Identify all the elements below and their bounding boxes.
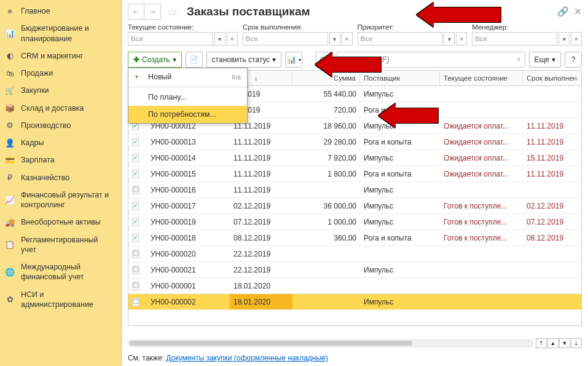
cell-deadline [523, 86, 581, 101]
document-icon: ✓ [132, 218, 139, 226]
forward-button[interactable]: → [144, 4, 160, 19]
table-row[interactable]: ✓ УН00-000018 08.12.2019 360,00 Рога и к… [128, 230, 581, 246]
search-clear-icon[interactable]: × [517, 55, 521, 64]
set-status-button[interactable]: становить статус ▾ [206, 52, 282, 68]
sidebar-item-0[interactable]: ≡Главное [0, 2, 121, 20]
close-icon[interactable]: ✕ [574, 6, 582, 17]
cell-number: УН00-000019 [147, 214, 230, 229]
cell-sum: 1 000,00 [292, 214, 360, 229]
sidebar-icon: 📋 [5, 240, 15, 250]
horizontal-scrollbar: ⤒ ▲ ▼ ⤓ [122, 336, 588, 350]
cell-date: 02.12.2019 [230, 198, 292, 213]
table-row[interactable]: ✓ УН00-000014 11.11.2019 7 920,00 Импуль… [128, 150, 581, 166]
back-button[interactable]: ← [128, 4, 144, 19]
filter-manager-clear[interactable]: × [571, 32, 582, 46]
filter-state-dropdown[interactable]: ▾ [214, 32, 225, 46]
filter-manager-input[interactable]: Все [472, 32, 557, 46]
table-row[interactable]: ✓ УН00-000013 11.11.2019 29 280,00 Рога … [128, 134, 581, 150]
create-button-wrap: ✚ Создать ▾ +НовыйInsПо плану...По потре… [128, 52, 182, 68]
sidebar-item-10[interactable]: 📈Финансовый результат и контроллинг [0, 186, 121, 214]
scroll-first[interactable]: ⤒ [536, 338, 547, 348]
cell-date: 11.11.2019 [230, 150, 292, 165]
sidebar-icon: ≡ [5, 6, 15, 16]
table-row[interactable]: ☐ УН00-000016 11.11.2019 Импульс [128, 182, 581, 198]
filter-deadline-clear[interactable]: × [342, 32, 353, 46]
scroll-last[interactable]: ⤓ [571, 338, 582, 348]
cell-status [440, 278, 523, 293]
cell-status: Готов к поступле... [440, 214, 523, 229]
scroll-track[interactable] [128, 340, 533, 347]
table-row[interactable]: ☐ УН00-000001 18.01.2020 [128, 278, 581, 294]
create-button[interactable]: ✚ Создать ▾ [128, 52, 182, 68]
document-icon: ☐ [132, 282, 139, 290]
sidebar-item-label: Казначейство [21, 173, 69, 183]
sidebar-item-1[interactable]: 📊Бюджетирование и планирование [0, 20, 121, 47]
sidebar-item-4[interactable]: 🛒Закупки [0, 82, 121, 99]
table-row[interactable]: ☐ УН00-000021 22.12.2019 Импульс [128, 262, 581, 278]
sidebar-icon: 👤 [5, 138, 15, 148]
sidebar: ≡Главное📊Бюджетирование и планирование◐C… [0, 0, 122, 366]
sidebar-item-label: Продажи [21, 68, 53, 78]
cell-number: УН00-000001 [147, 278, 230, 293]
cell-deadline: 11.11.2019 [523, 166, 581, 181]
help-button[interactable]: ? [565, 52, 582, 68]
dropdown-item-2[interactable]: По потребностям... [128, 106, 247, 123]
chevron-down-icon: ▾ [173, 55, 176, 64]
table-row[interactable]: ✓ УН00-000015 11.11.2019 1 800,00 Рога и… [128, 166, 581, 182]
filter-manager-dropdown[interactable]: ▾ [559, 32, 570, 46]
cell-status [440, 86, 523, 101]
dropdown-label: Новый [148, 73, 172, 81]
cell-supplier: Импульс [360, 182, 440, 197]
sidebar-icon: ✿ [5, 295, 15, 304]
scroll-thumb[interactable] [130, 341, 412, 346]
filter-priority-dropdown[interactable]: ▾ [444, 32, 455, 46]
cell-sum [292, 262, 360, 277]
cell-deadline [523, 262, 581, 277]
filter-state-clear[interactable]: × [227, 32, 238, 46]
table-row[interactable]: ☐ УН00-000002 18.01.2020 Импульс [128, 294, 581, 310]
scroll-down[interactable]: ▼ [559, 338, 570, 348]
sidebar-item-label: Внеоборотные активы [21, 217, 101, 227]
sidebar-item-14[interactable]: ✿НСИ и администрирование [0, 286, 121, 314]
sidebar-item-13[interactable]: 🌐Международный финансовый учет [0, 258, 121, 286]
filter-priority-input[interactable]: Все [358, 32, 443, 46]
scroll-up[interactable]: ▲ [547, 338, 559, 348]
cell-date: 22.12.2019 [230, 246, 292, 261]
document-icon: ☐ [132, 186, 139, 194]
cell-deadline [523, 294, 581, 309]
sidebar-item-7[interactable]: 👤Кадры [0, 134, 121, 151]
cell-number: УН00-000015 [147, 166, 230, 181]
sidebar-item-label: Закупки [21, 86, 49, 95]
link-icon[interactable]: 🔗 [557, 6, 569, 17]
document-icon: ☐ [132, 266, 139, 274]
footer-link[interactable]: Документы закупки (оформленные накладные… [166, 354, 328, 362]
sidebar-item-3[interactable]: 🛍Продажи [0, 65, 121, 82]
filter-priority-clear[interactable]: × [456, 32, 467, 46]
filter-deadline-input[interactable]: Все [243, 32, 328, 46]
sidebar-item-2[interactable]: ◐CRM и маркетинг [0, 47, 121, 65]
tutorial-arrow-create [315, 52, 382, 77]
document-icon: ✓ [132, 202, 139, 210]
sidebar-item-11[interactable]: 🚚Внеоборотные активы [0, 213, 121, 231]
cell-date: 07.12.2019 [230, 214, 292, 229]
filter-state-input[interactable]: Все [128, 32, 213, 46]
sidebar-item-8[interactable]: 💳Зарплата [0, 151, 121, 169]
dropdown-item-1[interactable]: По плану... [128, 89, 247, 106]
sidebar-item-12[interactable]: 📋Регламентированный учет [0, 231, 121, 259]
table-row[interactable]: ☐ УН00-000020 22.12.2019 [128, 246, 581, 262]
favorite-star-icon[interactable]: ☆ [167, 4, 178, 19]
cell-status: Ожидается оплат... [440, 134, 523, 149]
sidebar-item-6[interactable]: ⚙Производство [0, 117, 121, 134]
sidebar-item-label: Финансовый результат и контроллинг [21, 190, 115, 210]
tutorial-arrow-title [417, 2, 501, 27]
report-button[interactable]: 📊▾ [285, 52, 302, 68]
table-row[interactable]: ✓ УН00-000019 07.12.2019 1 000,00 Импуль… [128, 214, 581, 230]
copy-button[interactable]: 📄 [186, 52, 203, 68]
more-button[interactable]: Еще ▾ [529, 52, 561, 68]
sidebar-icon: 🚚 [5, 217, 15, 227]
dropdown-item-0[interactable]: +НовыйIns [128, 68, 247, 86]
filter-deadline-dropdown[interactable]: ▾ [329, 32, 340, 46]
sidebar-item-5[interactable]: 📦Склад и доставка [0, 100, 121, 117]
sidebar-item-9[interactable]: ₽Казначейство [0, 169, 121, 186]
table-row[interactable]: ✓ УН00-000017 02.12.2019 36 000,00 Импул… [128, 198, 581, 214]
